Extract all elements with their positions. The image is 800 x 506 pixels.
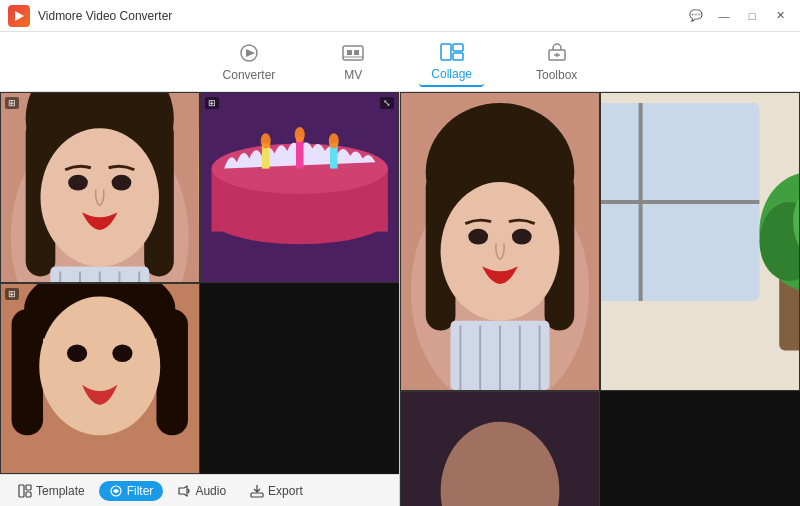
left-video-preview: ⊞	[0, 92, 399, 474]
svg-rect-41	[12, 309, 44, 435]
filter-button[interactable]: Filter	[99, 481, 164, 501]
svg-point-57	[441, 182, 560, 321]
svg-point-35	[260, 133, 270, 148]
svg-rect-8	[453, 44, 463, 51]
cell-handle-2[interactable]: ⤡	[380, 97, 394, 109]
svg-rect-9	[453, 53, 463, 60]
audio-button[interactable]: Audio	[167, 481, 236, 501]
nav-bar: Converter MV Collage	[0, 32, 800, 92]
mv-icon	[339, 42, 367, 64]
svg-rect-5	[354, 50, 359, 55]
svg-point-45	[112, 344, 132, 362]
template-button[interactable]: Template	[8, 481, 95, 501]
svg-point-36	[294, 127, 304, 142]
template-label: Template	[36, 484, 85, 498]
svg-marker-50	[179, 486, 187, 496]
right-cell-3[interactable]	[400, 391, 600, 506]
tab-converter[interactable]: Converter	[211, 38, 288, 86]
svg-rect-4	[347, 50, 352, 55]
tab-toolbox[interactable]: Toolbox	[524, 38, 589, 86]
cell-icon-1: ⊞	[5, 97, 19, 109]
close-button[interactable]: ✕	[768, 6, 792, 26]
svg-point-44	[67, 344, 87, 362]
svg-rect-48	[26, 492, 31, 497]
tab-mv[interactable]: MV	[327, 38, 379, 86]
right-cell-1[interactable]	[400, 92, 600, 391]
svg-point-58	[468, 229, 488, 245]
right-panel: ▶ ■ 00:00:03.17/00:00:44.05 🔊	[400, 92, 800, 506]
video-cell-1[interactable]: ⊞	[0, 92, 200, 283]
left-toolbar: Template Filter Audio	[0, 474, 399, 506]
svg-rect-51	[251, 493, 263, 497]
chat-button[interactable]: 💬	[684, 6, 708, 26]
export-tab-label: Export	[268, 484, 303, 498]
svg-marker-2	[246, 49, 255, 57]
collage-icon	[438, 41, 466, 63]
right-video-preview	[400, 92, 800, 506]
maximize-button[interactable]: □	[740, 6, 764, 26]
svg-rect-3	[343, 46, 363, 60]
tab-converter-label: Converter	[223, 68, 276, 82]
video-cell-2[interactable]: ⊞ ⤡	[200, 92, 400, 283]
svg-point-43	[39, 297, 160, 436]
svg-rect-47	[26, 485, 31, 490]
svg-rect-42	[156, 309, 188, 435]
titlebar: Vidmore Video Converter 💬 — □ ✕	[0, 0, 800, 32]
audio-label: Audio	[195, 484, 226, 498]
svg-point-20	[68, 175, 88, 191]
cell-icon-2: ⊞	[205, 97, 219, 109]
converter-icon	[235, 42, 263, 64]
svg-rect-46	[19, 485, 24, 497]
cell-icon-3: ⊞	[5, 288, 19, 300]
left-panel: ⊞	[0, 92, 400, 506]
right-cell-2[interactable]	[600, 92, 800, 391]
export-tab-button[interactable]: Export	[240, 481, 313, 501]
svg-point-37	[328, 133, 338, 148]
main-content: ⊞	[0, 92, 800, 506]
svg-point-21	[112, 175, 132, 191]
minimize-button[interactable]: —	[712, 6, 736, 26]
tab-mv-label: MV	[344, 68, 362, 82]
toolbox-icon	[543, 42, 571, 64]
tab-toolbox-label: Toolbox	[536, 68, 577, 82]
window-controls: 💬 — □ ✕	[684, 6, 792, 26]
svg-point-19	[41, 128, 160, 266]
svg-marker-0	[15, 11, 24, 21]
tab-collage[interactable]: Collage	[419, 37, 484, 87]
svg-rect-7	[441, 44, 451, 60]
app-title: Vidmore Video Converter	[38, 9, 684, 23]
svg-point-59	[512, 229, 532, 245]
filter-label: Filter	[127, 484, 154, 498]
video-cell-3[interactable]: ⊞	[0, 283, 200, 474]
tab-collage-label: Collage	[431, 67, 472, 81]
app-logo	[8, 5, 30, 27]
